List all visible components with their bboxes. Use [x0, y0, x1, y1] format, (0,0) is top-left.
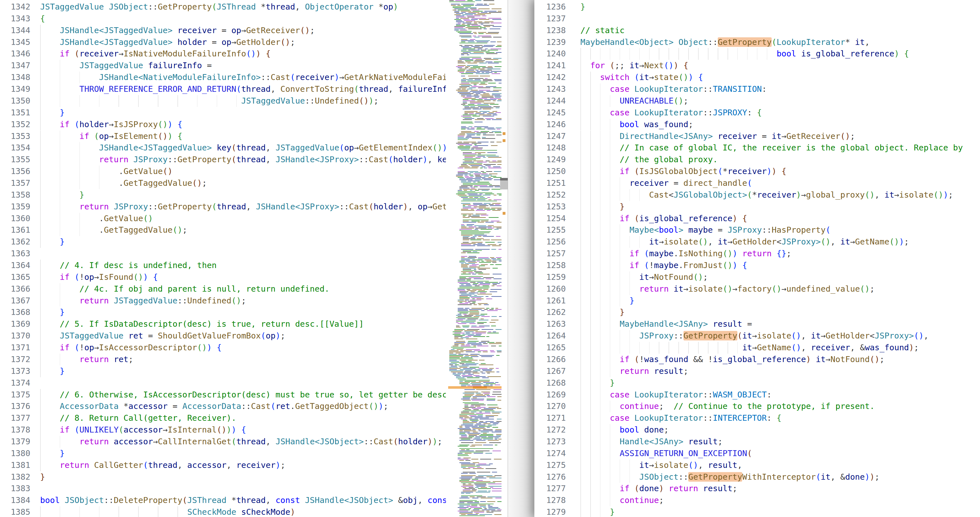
code-line[interactable]: 1246bool was_found; — [535, 119, 980, 130]
code-line[interactable]: 1272bool done; — [535, 424, 980, 436]
code-line[interactable]: 1273Handle<JSAny> result; — [535, 436, 980, 448]
code-line[interactable]: 1372return ret; — [0, 354, 446, 365]
code-text: JSObject::GetPropertyWithInterceptor(it,… — [581, 471, 880, 483]
scrollbar-handle[interactable] — [500, 181, 508, 189]
code-line[interactable]: 1262} — [535, 306, 980, 318]
code-line[interactable]: 1380} — [0, 448, 446, 460]
code-line[interactable]: 1252Cast<JSGlobalObject>(*receiver)→glob… — [535, 189, 980, 201]
code-line[interactable]: 1383 — [0, 483, 446, 495]
code-line[interactable]: 1349THROW_REFERENCE_ERROR_AND_RETURN(thr… — [0, 83, 446, 95]
code-text: bool done; — [581, 424, 668, 436]
code-line[interactable]: 1250if (IsJSGlobalObject(*receiver)) { — [535, 166, 980, 178]
code-line[interactable]: 1256it→isolate(), it→GetHolder<JSProxy>(… — [535, 236, 980, 248]
code-line[interactable]: 1257if (maybe.IsNothing()) return {}; — [535, 248, 980, 260]
code-line[interactable]: 1347JSTaggedValue failureInfo = — [0, 60, 446, 71]
code-text: bool is_global_reference) { — [581, 48, 909, 60]
code-line[interactable]: 1355return JSProxy::GetProperty(thread, … — [0, 154, 446, 166]
code-line[interactable]: 1254if (is_global_reference) { — [535, 213, 980, 225]
code-line[interactable]: 1279} — [535, 506, 980, 517]
line-number: 1266 — [535, 354, 566, 365]
code-line[interactable]: 1243case LookupIterator::TRANSITION: — [535, 83, 980, 95]
code-line[interactable]: 1260return it→isolate()→factory()→undefi… — [535, 283, 980, 295]
code-line[interactable]: 1381return CallGetter(thread, accessor, … — [0, 460, 446, 471]
code-line[interactable]: 1269case LookupIterator::WASM_OBJECT: — [535, 389, 980, 401]
code-line[interactable]: 1353if (op→IsElement()) { — [0, 130, 446, 142]
code-line[interactable]: 1342JSTaggedValue JSObject::GetProperty(… — [0, 1, 446, 13]
code-line[interactable]: 1251receiver = direct_handle( — [535, 178, 980, 189]
code-line[interactable]: 1259it→NotFound(); — [535, 271, 980, 283]
code-line[interactable]: 1367return JSTaggedValue::Undefined(); — [0, 295, 446, 307]
code-line[interactable]: 1263MaybeHandle<JSAny> result = — [535, 318, 980, 330]
code-line[interactable]: 1376AccessorData *accessor = AccessorDat… — [0, 401, 446, 412]
code-line[interactable]: 1278continue; — [535, 495, 980, 506]
code-line[interactable]: 1258if (!maybe.FromJust()) { — [535, 260, 980, 271]
code-line[interactable]: 1365if (!op→IsFound()) { — [0, 271, 446, 283]
code-line[interactable]: 1261} — [535, 295, 980, 307]
code-line[interactable]: 1362} — [0, 236, 446, 248]
code-line[interactable]: 1351} — [0, 107, 446, 119]
code-line[interactable]: 1385SCheckMode sCheckMode) — [0, 506, 446, 517]
code-line[interactable]: 1242switch (it→state()) { — [535, 71, 980, 83]
code-text: case LookupIterator::JSPROXY: { — [581, 107, 762, 119]
code-line[interactable]: 1271case LookupIterator::INTERCEPTOR: { — [535, 412, 980, 424]
code-line[interactable]: 1249// the global proxy. — [535, 154, 980, 166]
code-line[interactable]: 1364// 4. If desc is undefined, then — [0, 260, 446, 271]
code-line[interactable]: 1239MaybeHandle<Object> Object::GetPrope… — [535, 36, 980, 48]
code-line[interactable]: 1373} — [0, 365, 446, 377]
code-line[interactable]: 1363 — [0, 248, 446, 260]
code-line[interactable]: 1366// 4c. If obj and parent is null, re… — [0, 283, 446, 295]
code-line[interactable]: 1382} — [0, 471, 446, 483]
code-text: } — [581, 1, 585, 13]
code-line[interactable]: 1346if (receiver→IsNativeModuleFailureIn… — [0, 48, 446, 60]
line-number: 1277 — [535, 483, 566, 495]
code-line[interactable]: 1241for (;; it→Next()) { — [535, 60, 980, 71]
code-line[interactable]: 1253} — [535, 201, 980, 213]
code-line[interactable]: 1264JSProxy::GetProperty(it→isolate(), i… — [535, 330, 980, 342]
code-line[interactable]: 1276JSObject::GetPropertyWithInterceptor… — [535, 471, 980, 483]
code-line[interactable]: 1267return result; — [535, 365, 980, 377]
code-line[interactable]: 1379return accessor→CallInternalGet(thre… — [0, 436, 446, 448]
code-line[interactable]: 1369// 5. If IsDataDescriptor(desc) is t… — [0, 318, 446, 330]
code-line[interactable]: 1359return JSProxy::GetProperty(thread, … — [0, 201, 446, 213]
code-line[interactable]: 1270continue; // Continue to the prototy… — [535, 401, 980, 412]
code-line[interactable]: 1245case LookupIterator::JSPROXY: { — [535, 107, 980, 119]
minimap[interactable] — [448, 0, 501, 517]
code-line[interactable]: 1350JSTaggedValue::Undefined()); — [0, 95, 446, 107]
code-line[interactable]: 1368} — [0, 306, 446, 318]
code-line[interactable]: 1240bool is_global_reference) { — [535, 48, 980, 60]
code-line[interactable]: 1266if (!was_found && !is_global_referen… — [535, 354, 980, 365]
code-line[interactable]: 1343{ — [0, 13, 446, 25]
code-line[interactable]: 1348JSHandle<NativeModuleFailureInfo>::C… — [0, 71, 446, 83]
code-line[interactable]: 1375// 6. Otherwise, IsAccessorDescripto… — [0, 389, 446, 401]
code-line[interactable]: 1356.GetValue() — [0, 166, 446, 178]
code-line[interactable]: 1371if (!op→IsAccessorDescriptor()) { — [0, 342, 446, 354]
code-line[interactable]: 1374 — [0, 377, 446, 389]
code-line[interactable]: 1255Maybe<bool> maybe = JSProxy::HasProp… — [535, 224, 980, 236]
code-line[interactable]: 1358} — [0, 189, 446, 201]
code-line[interactable]: 1344JSHandle<JSTaggedValue> receiver = o… — [0, 25, 446, 36]
code-line[interactable]: 1248// In case of global IC, the receive… — [535, 142, 980, 154]
code-line[interactable]: 1361.GetTaggedValue(); — [0, 224, 446, 236]
code-line[interactable]: 1370JSTaggedValue ret = ShouldGetValueFr… — [0, 330, 446, 342]
code-line[interactable]: 1244UNREACHABLE(); — [535, 95, 980, 107]
right-editor-pane[interactable]: 1236}12371238// static1239MaybeHandle<Ob… — [535, 0, 980, 517]
left-editor-pane[interactable]: 1342JSTaggedValue JSObject::GetProperty(… — [0, 0, 446, 517]
code-line[interactable]: 1357.GetTaggedValue(); — [0, 178, 446, 189]
code-line[interactable]: 1277if (done) return result; — [535, 483, 980, 495]
line-number: 1274 — [535, 448, 566, 460]
code-line[interactable]: 1247DirectHandle<JSAny> receiver = it→Ge… — [535, 130, 980, 142]
code-line[interactable]: 1354JSHandle<JSTaggedValue> key(thread, … — [0, 142, 446, 154]
code-line[interactable]: 1275it→isolate(), result, — [535, 460, 980, 471]
code-line[interactable]: 1360.GetValue() — [0, 213, 446, 225]
code-line[interactable]: 1265it→GetName(), receiver, &was_found); — [535, 342, 980, 354]
code-line[interactable]: 1237 — [535, 13, 980, 25]
code-line[interactable]: 1268} — [535, 377, 980, 389]
code-line[interactable]: 1384bool JSObject::DeleteProperty(JSThre… — [0, 495, 446, 506]
code-line[interactable]: 1377// 8. Return Call(getter, Receiver). — [0, 412, 446, 424]
code-line[interactable]: 1345JSHandle<JSTaggedValue> holder = op→… — [0, 36, 446, 48]
code-line[interactable]: 1236} — [535, 1, 980, 13]
code-line[interactable]: 1378if (UNLIKELY(accessor→IsInternal()))… — [0, 424, 446, 436]
code-line[interactable]: 1274ASSIGN_RETURN_ON_EXCEPTION( — [535, 448, 980, 460]
code-line[interactable]: 1238// static — [535, 25, 980, 36]
code-line[interactable]: 1352if (holder→IsJSProxy()) { — [0, 119, 446, 130]
